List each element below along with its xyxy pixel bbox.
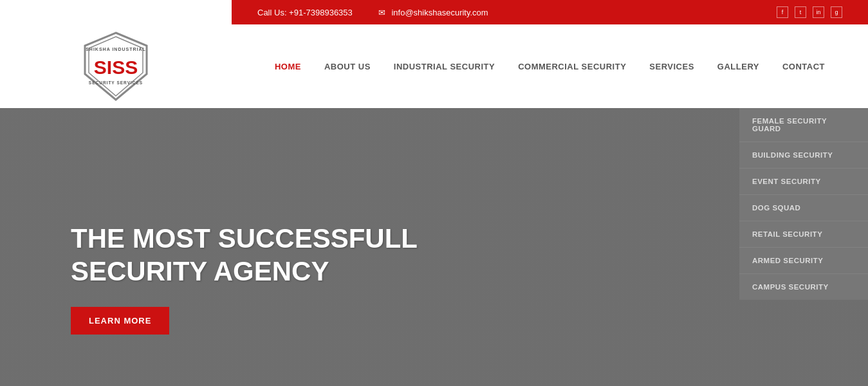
- linkedin-icon[interactable]: in: [813, 6, 824, 18]
- googleplus-icon[interactable]: g: [831, 6, 842, 18]
- nav-item-about[interactable]: ABOUT US: [313, 55, 382, 78]
- email-label[interactable]: info@shikshasecurity.com: [391, 8, 488, 17]
- dropdown-item-building[interactable]: BUILDING SECURITY: [739, 142, 868, 169]
- nav-item-industrial[interactable]: INDUSTRIAL SECURITY: [382, 55, 506, 78]
- top-bar-logo-bg: [0, 0, 232, 24]
- logo-section: SHIKSHA INDUSTRIAL SISS SECURITY SERVICE…: [0, 24, 232, 108]
- header: SHIKSHA INDUSTRIAL SISS SECURITY SERVICE…: [0, 24, 868, 108]
- dropdown-item-armed[interactable]: ARMED SECURITY: [739, 248, 868, 274]
- nav-item-services[interactable]: SERVICES: [638, 55, 706, 78]
- svg-text:SHIKSHA INDUSTRIAL: SHIKSHA INDUSTRIAL: [86, 47, 146, 51]
- dropdown-item-campus[interactable]: CAMPUS SECURITY: [739, 274, 868, 300]
- top-bar-info: Call Us: +91-7398936353 ✉ info@shikshase…: [232, 6, 868, 18]
- twitter-icon[interactable]: t: [795, 6, 806, 18]
- dropdown-item-female-guard[interactable]: FEMALE SECURITY GUARD: [739, 108, 868, 142]
- main-nav: HOME ABOUT US INDUSTRIAL SECURITY COMMER…: [232, 55, 868, 78]
- top-bar: Call Us: +91-7398936353 ✉ info@shikshase…: [0, 0, 868, 24]
- social-icons-group: f t in g: [777, 6, 842, 18]
- hero-section: THE MOST SUCCESSFULL SECURITY AGENCY LEA…: [0, 108, 868, 386]
- nav-section: HOME ABOUT US INDUSTRIAL SECURITY COMMER…: [232, 24, 868, 108]
- hero-content: THE MOST SUCCESSFULL SECURITY AGENCY LEA…: [0, 197, 868, 386]
- nav-item-contact[interactable]: CONTACT: [771, 55, 836, 78]
- logo-svg: SHIKSHA INDUSTRIAL SISS SECURITY SERVICE…: [77, 28, 154, 105]
- nav-item-commercial[interactable]: COMMERCIAL SECURITY: [506, 55, 638, 78]
- learn-more-button[interactable]: LEARN MORE: [71, 307, 169, 335]
- dropdown-item-retail[interactable]: RETAIL SECURITY: [739, 221, 868, 248]
- svg-text:SECURITY SERVICES: SECURITY SERVICES: [89, 80, 143, 85]
- services-dropdown: FEMALE SECURITY GUARD BUILDING SECURITY …: [739, 108, 868, 300]
- dropdown-item-dog-squad[interactable]: DOG SQUAD: [739, 195, 868, 221]
- hero-title: THE MOST SUCCESSFULL SECURITY AGENCY: [71, 223, 457, 288]
- email-info: ✉ info@shikshasecurity.com: [378, 8, 488, 17]
- facebook-icon[interactable]: f: [777, 6, 788, 18]
- phone-label: Call Us: +91-7398936353: [257, 8, 353, 17]
- dropdown-item-event[interactable]: EVENT SECURITY: [739, 169, 868, 195]
- nav-item-home[interactable]: HOME: [263, 55, 313, 78]
- svg-text:SISS: SISS: [94, 57, 138, 78]
- email-icon: ✉: [378, 8, 385, 17]
- nav-item-gallery[interactable]: GALLERY: [706, 55, 771, 78]
